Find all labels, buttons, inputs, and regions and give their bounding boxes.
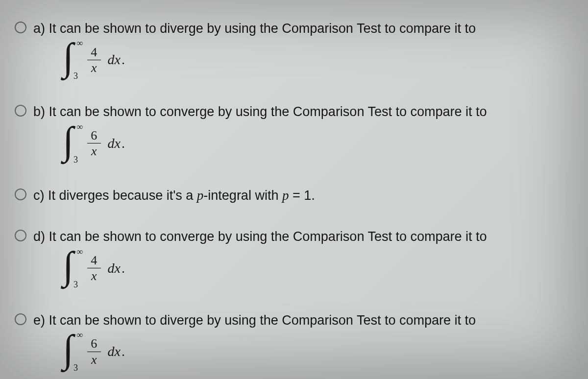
option-c-pre: It diverges because it's a (48, 188, 197, 203)
option-b-text: b) It can be shown to converge by using … (33, 103, 583, 120)
option-e-label: e) (33, 313, 45, 328)
option-d: d) It can be shown to converge by using … (15, 228, 583, 287)
integral-lower: 3 (74, 363, 78, 373)
integral-dot: . (122, 136, 125, 151)
option-d-label: d) (33, 229, 45, 244)
option-c-p2: p (282, 188, 289, 203)
integral-dx: dx (108, 344, 121, 359)
integral-dx: dx (108, 52, 121, 68)
option-b-desc: It can be shown to converge by using the… (49, 104, 487, 119)
integral-dot: . (122, 344, 125, 359)
integral-dot: . (122, 52, 125, 68)
option-b-label: b) (33, 104, 45, 119)
integral-symbol: ∫ ∞ 3 (63, 249, 82, 288)
option-d-integral: ∫ ∞ 3 4 x dx . (63, 249, 583, 288)
fraction-numerator: 6 (89, 129, 99, 143)
fraction-denominator: x (87, 268, 101, 283)
option-c-label: c) (33, 188, 45, 203)
option-c-body: c) It diverges because it's a p-integral… (33, 187, 583, 204)
option-c-post: = 1. (289, 188, 315, 203)
radio-e[interactable] (15, 313, 26, 325)
integral-lower: 3 (74, 71, 78, 81)
integral-symbol: ∫ ∞ 3 (63, 332, 82, 371)
option-b: b) It can be shown to converge by using … (15, 103, 583, 163)
fraction-denominator: x (87, 143, 101, 158)
integral-upper: ∞ (76, 122, 83, 132)
integral-fraction: 6 x (87, 337, 101, 366)
radio-a[interactable] (15, 22, 26, 33)
option-e-integral: ∫ ∞ 3 6 x dx . (63, 332, 583, 371)
integral-upper: ∞ (76, 247, 83, 257)
option-c-text: c) It diverges because it's a p-integral… (33, 187, 583, 204)
integral-fraction: 6 x (87, 129, 101, 158)
integral-fraction: 4 x (87, 46, 101, 75)
radio-d[interactable] (15, 230, 26, 241)
option-e: e) It can be shown to diverge by using t… (15, 311, 583, 371)
option-a-desc: It can be shown to diverge by using the … (49, 21, 476, 36)
option-a-label: a) (33, 21, 45, 36)
integral-lower: 3 (74, 280, 78, 290)
radio-b[interactable] (15, 105, 26, 117)
option-c: c) It diverges because it's a p-integral… (15, 187, 583, 204)
option-b-body: b) It can be shown to converge by using … (33, 103, 583, 163)
option-e-body: e) It can be shown to diverge by using t… (33, 311, 583, 371)
option-d-desc: It can be shown to converge by using the… (49, 229, 487, 244)
integral-sign-icon: ∫ (63, 329, 74, 368)
fraction-denominator: x (87, 352, 101, 366)
fraction-numerator: 4 (89, 46, 99, 60)
option-b-integral: ∫ ∞ 3 6 x dx . (63, 124, 583, 163)
option-e-desc: It can be shown to diverge by using the … (49, 313, 476, 328)
option-e-text: e) It can be shown to diverge by using t… (33, 311, 583, 329)
option-c-p1: p (197, 188, 204, 203)
integral-dot: . (122, 261, 125, 276)
integral-symbol: ∫ ∞ 3 (63, 40, 82, 79)
option-a-body: a) It can be shown to diverge by using t… (33, 20, 583, 79)
radio-c[interactable] (15, 189, 26, 200)
fraction-numerator: 6 (89, 337, 99, 351)
integral-dx: dx (108, 136, 121, 151)
integral-dx: dx (108, 261, 121, 276)
option-a-integral: ∫ ∞ 3 4 x dx . (63, 40, 583, 79)
integral-fraction: 4 x (87, 254, 101, 283)
question-options-list: a) It can be shown to diverge by using t… (0, 0, 588, 376)
option-d-text: d) It can be shown to converge by using … (33, 228, 583, 245)
integral-symbol: ∫ ∞ 3 (63, 124, 82, 163)
integral-upper: ∞ (76, 330, 83, 340)
fraction-numerator: 4 (89, 254, 99, 268)
integral-sign-icon: ∫ (63, 37, 74, 76)
option-a-text: a) It can be shown to diverge by using t… (33, 20, 583, 37)
integral-sign-icon: ∫ (63, 121, 74, 160)
fraction-denominator: x (87, 60, 101, 74)
integral-lower: 3 (74, 155, 78, 165)
integral-sign-icon: ∫ (63, 246, 74, 285)
integral-upper: ∞ (76, 38, 83, 48)
option-a: a) It can be shown to diverge by using t… (15, 20, 583, 79)
option-d-body: d) It can be shown to converge by using … (33, 228, 583, 287)
option-c-mid: -integral with (203, 188, 282, 203)
